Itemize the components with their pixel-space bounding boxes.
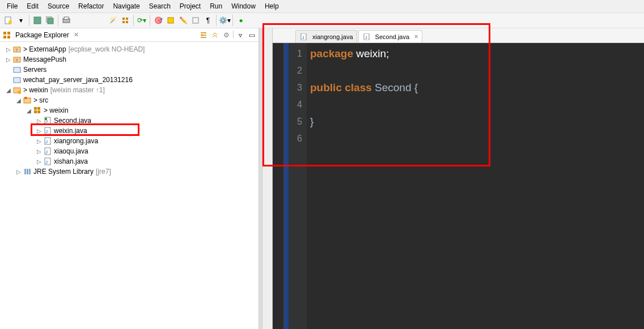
link-icon[interactable] (210, 31, 219, 40)
tab-second[interactable]: J Second.java ✕ (358, 30, 423, 42)
tree-item-xiangrong-java[interactable]: ▷ J xiangrong.java (0, 136, 259, 146)
expand-icon[interactable]: ▷ (5, 57, 12, 63)
svg-rect-4 (48, 18, 53, 24)
line-gutter[interactable]: 1 2 3 4 5 6 (289, 43, 307, 329)
separator (58, 15, 58, 26)
tree-label: > ExternalApp (23, 45, 66, 53)
tree-item-weixin[interactable]: ◢ > weixin [weixin master ↑1] (0, 85, 259, 95)
svg-text:?: ? (15, 58, 18, 63)
tree-label: xiangrong.java (54, 137, 98, 145)
tree-label: > weixin (23, 86, 48, 94)
minimize-icon[interactable]: ▭ (247, 31, 256, 40)
save-button[interactable] (32, 15, 43, 26)
collapse-icon[interactable]: ◢ (25, 108, 33, 114)
tree-item-jre[interactable]: ▷ JRE System Library [jre7] (0, 166, 259, 177)
svg-rect-14 (7, 32, 10, 35)
expand-icon[interactable]: ▷ (35, 148, 43, 155)
menu-search[interactable]: Search (145, 1, 175, 11)
expand-icon[interactable]: ▷ (35, 159, 43, 165)
keyword: class (342, 82, 372, 93)
tree-label: MessagePush (23, 55, 66, 63)
expand-icon[interactable]: ▷ (5, 46, 12, 53)
save-all-button[interactable] (44, 15, 56, 26)
view-menu-icon[interactable]: ▿ (236, 31, 245, 40)
code-area[interactable]: 1 2 3 4 5 6 package weixin; public class… (273, 43, 644, 329)
java-file-icon: J (43, 126, 52, 135)
dropdown-icon[interactable]: ▾ (15, 15, 27, 26)
block-icon[interactable] (190, 15, 201, 26)
tree-label: JRE System Library (33, 168, 94, 176)
tree-label: wechat_pay_server_java_20131216 (23, 76, 133, 84)
highlight-icon[interactable] (165, 15, 176, 26)
tab-label: xiangrong.java (312, 33, 353, 40)
tree-item-weixin-java[interactable]: ▷ J weixin.java (0, 126, 259, 136)
svg-rect-11 (168, 18, 173, 23)
tree-item-pkg-weixin[interactable]: ◢ > weixin (0, 105, 259, 116)
menu-file[interactable]: File (2, 1, 22, 11)
svg-text:?: ? (15, 48, 18, 53)
wand-icon[interactable]: 🪄 (107, 15, 118, 26)
menu-run[interactable]: Run (205, 1, 227, 11)
svg-rect-2 (34, 17, 41, 24)
run-icon[interactable]: ● (235, 15, 247, 26)
target-icon[interactable]: 🎯 (152, 15, 164, 26)
project-icon: ? (12, 45, 22, 54)
menu-window[interactable]: Window (227, 1, 260, 11)
separator (133, 15, 134, 26)
collapse-icon[interactable] (199, 31, 208, 40)
svg-rect-28 (37, 107, 40, 110)
package-icon[interactable] (120, 15, 131, 26)
collapse-icon[interactable]: ◢ (15, 97, 23, 104)
separator (29, 15, 29, 26)
folder-icon (12, 75, 22, 84)
expand-icon[interactable]: ▷ (35, 118, 43, 124)
menu-help[interactable]: Help (260, 1, 283, 11)
tree-item-xishan-java[interactable]: ▷ J xishan.java (0, 156, 259, 166)
git-project-icon (12, 86, 22, 95)
expand-icon[interactable]: ▷ (15, 169, 23, 175)
tree-item-externalapp[interactable]: ▷ ? > ExternalApp [ecplise_work NO-HEAD] (0, 44, 259, 54)
new-button[interactable] (3, 15, 14, 26)
editor-tabs: J xiangrong.java J Second.java ✕ (273, 28, 644, 43)
java-file-icon: J (362, 32, 371, 41)
svg-text:J: J (45, 160, 48, 165)
tree-item-servers[interactable]: Servers (0, 65, 259, 75)
menu-source[interactable]: Source (43, 1, 74, 11)
svg-point-33 (45, 118, 47, 120)
tab-label: Second.java (375, 33, 410, 40)
gear-icon[interactable]: ⚙️▾ (219, 15, 230, 26)
java-file-icon: J (43, 157, 52, 166)
collapse-icon[interactable]: ◢ (5, 87, 12, 93)
menu-refactor[interactable]: Refactor (74, 1, 108, 11)
menu-edit[interactable]: Edit (22, 1, 43, 11)
expand-icon[interactable]: ▷ (35, 128, 43, 134)
line-number: 6 (289, 130, 302, 147)
tree-item-src[interactable]: ◢ > src (0, 95, 259, 105)
source-folder-icon (23, 96, 32, 105)
para-icon[interactable]: ¶ (202, 15, 214, 26)
print-button[interactable] (61, 15, 72, 26)
expand-icon[interactable]: ▷ (35, 138, 43, 144)
keyword: public (310, 82, 342, 93)
line-number: 1 (289, 45, 302, 62)
outline-strip[interactable] (262, 28, 273, 329)
tab-xiangrong[interactable]: J xiangrong.java (295, 30, 357, 42)
tree-item-xiaoqu-java[interactable]: ▷ J xiaoqu.java (0, 146, 259, 156)
svg-rect-44 (29, 169, 31, 174)
code-content[interactable]: package weixin; public class Second { } (307, 43, 644, 329)
svg-text:J: J (45, 139, 48, 144)
marker-ruler[interactable] (273, 43, 284, 329)
tree-item-messagepush[interactable]: ▷ ? MessagePush (0, 54, 259, 65)
close-icon[interactable]: ✕ (74, 31, 79, 39)
tree-item-second-java[interactable]: ▷ J Second.java (0, 116, 259, 126)
menubar: File Edit Source Refactor Navigate Searc… (0, 0, 644, 12)
svg-rect-12 (193, 18, 198, 23)
filter-icon[interactable]: ⚙ (222, 31, 231, 40)
menu-project[interactable]: Project (175, 1, 205, 11)
refresh-icon[interactable]: ⟳▾ (136, 15, 147, 26)
close-icon[interactable]: ✕ (414, 33, 418, 40)
java-file-icon: J (299, 32, 308, 41)
mark-icon[interactable]: ✏️ (177, 15, 189, 26)
tree-item-wechat[interactable]: wechat_pay_server_java_20131216 (0, 75, 259, 85)
menu-navigate[interactable]: Navigate (108, 1, 144, 11)
